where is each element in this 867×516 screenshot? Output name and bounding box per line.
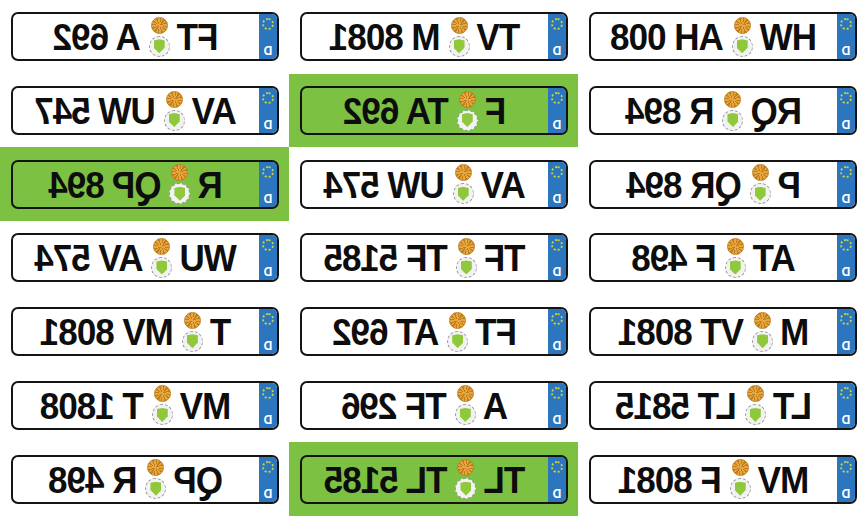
seal-badges-icon xyxy=(448,17,469,57)
plate-cell[interactable]: D RQ R 894 xyxy=(578,74,867,148)
shield-icon xyxy=(168,113,179,127)
eu-band: D xyxy=(259,14,277,59)
country-letter: D xyxy=(263,488,272,500)
eu-band: D xyxy=(259,309,277,354)
registration-seal-icon xyxy=(746,385,763,402)
plate-prefix: HW xyxy=(760,18,816,56)
plate-content: FT A 692 xyxy=(13,14,259,59)
plate-suffix: TF 5185 xyxy=(324,239,447,277)
plate-cell[interactable]: D F TA 692 xyxy=(289,74,578,148)
plate-cell[interactable]: D M VT 8081 xyxy=(578,295,867,369)
plate-content: LT LT 5815 xyxy=(591,383,837,428)
plate-cell[interactable]: D AV UW 574 xyxy=(289,147,578,221)
plate-suffix: QP 894 xyxy=(49,165,161,203)
eu-stars-icon xyxy=(262,166,274,178)
inspection-seal-icon xyxy=(752,331,773,352)
plate-cell[interactable]: D FT A 692 xyxy=(0,0,289,74)
eu-band: D xyxy=(548,162,566,207)
plate-cell[interactable]: D TL TL 5185 xyxy=(289,442,578,516)
eu-stars-icon xyxy=(262,92,274,104)
plate-suffix: AV 574 xyxy=(35,239,143,277)
inspection-seal-icon xyxy=(724,257,745,278)
eu-band: D xyxy=(548,235,566,280)
plate-cell[interactable]: D AT F 498 xyxy=(578,221,867,295)
plate-prefix: WU xyxy=(180,239,236,277)
plate-prefix: QP xyxy=(174,460,223,498)
shield-icon xyxy=(150,482,161,496)
plate-cell[interactable]: D AV UW 547 xyxy=(0,74,289,148)
plate-cell[interactable]: D R QP 894 xyxy=(0,147,289,221)
shield-icon xyxy=(460,482,471,496)
country-letter: D xyxy=(263,193,272,205)
registration-seal-icon xyxy=(458,91,475,108)
eu-band: D xyxy=(837,14,855,59)
country-letter: D xyxy=(263,414,272,426)
plate-prefix: AT xyxy=(753,239,795,277)
plate-content: MV T 1808 xyxy=(13,383,259,428)
license-plate: D LT LT 5815 xyxy=(589,381,857,430)
shield-icon xyxy=(461,113,472,127)
plate-cell[interactable]: D MV F 8081 xyxy=(578,442,867,516)
shield-icon xyxy=(457,187,468,201)
plate-cell[interactable]: D MV T 1808 xyxy=(0,369,289,443)
inspection-seal-icon xyxy=(181,331,202,352)
registration-seal-icon xyxy=(171,164,188,181)
plate-grid: D FT A 692 D TV xyxy=(0,0,867,516)
plate-cell[interactable]: D P QR 894 xyxy=(578,147,867,221)
plate-cell[interactable]: D TV M 8081 xyxy=(289,0,578,74)
plate-cell[interactable]: D TF TF 5185 xyxy=(289,221,578,295)
plate-prefix: TF xyxy=(484,239,525,277)
eu-band: D xyxy=(548,383,566,428)
plate-content: AT F 498 xyxy=(591,235,837,280)
license-plate: D HW AH 008 xyxy=(589,12,857,61)
country-letter: D xyxy=(552,119,561,131)
license-plate: D RQ R 894 xyxy=(589,86,857,135)
registration-seal-icon xyxy=(454,164,471,181)
eu-stars-icon xyxy=(551,239,563,251)
license-plate: D T MV 8081 xyxy=(11,307,279,356)
inspection-seal-icon xyxy=(448,36,469,57)
plate-prefix: T xyxy=(210,313,230,351)
license-plate: D TL TL 5185 xyxy=(300,455,568,504)
plate-cell[interactable]: D A TF 296 xyxy=(289,369,578,443)
country-letter: D xyxy=(841,45,850,57)
plate-cell[interactable]: D HW AH 008 xyxy=(578,0,867,74)
plate-content: AV UW 574 xyxy=(302,162,548,207)
plate-content: MV F 8081 xyxy=(591,457,837,502)
inspection-seal-icon xyxy=(722,110,743,131)
plate-content: WU AV 574 xyxy=(13,235,259,280)
plate-cell[interactable]: D QP R 498 xyxy=(0,442,289,516)
seal-badges-icon xyxy=(455,459,476,499)
seal-badges-icon xyxy=(729,459,750,499)
license-plate: D TV M 8081 xyxy=(300,12,568,61)
inspection-seal-icon xyxy=(151,404,172,425)
plate-cell[interactable]: D LT LT 5815 xyxy=(578,369,867,443)
country-letter: D xyxy=(552,45,561,57)
plate-suffix: F 8081 xyxy=(618,460,721,498)
eu-band: D xyxy=(259,88,277,133)
eu-band: D xyxy=(548,309,566,354)
plate-cell[interactable]: D FT AT 692 xyxy=(289,295,578,369)
registration-seal-icon xyxy=(183,312,200,329)
registration-seal-icon xyxy=(153,238,170,255)
eu-band: D xyxy=(837,309,855,354)
eu-stars-icon xyxy=(551,166,563,178)
shield-icon xyxy=(459,408,470,422)
plate-cell[interactable]: D T MV 8081 xyxy=(0,295,289,369)
plate-prefix: P xyxy=(778,165,800,203)
inspection-seal-icon xyxy=(454,404,475,425)
inspection-seal-icon xyxy=(169,183,190,204)
inspection-seal-icon xyxy=(729,478,750,499)
country-letter: D xyxy=(552,488,561,500)
plate-cell[interactable]: D WU AV 574 xyxy=(0,221,289,295)
registration-seal-icon xyxy=(165,91,182,108)
plate-content: TV M 8081 xyxy=(302,14,548,59)
plate-content: FT AT 692 xyxy=(302,309,548,354)
license-plate: D AV UW 574 xyxy=(300,160,568,209)
seal-badges-icon xyxy=(148,17,169,57)
plate-prefix: LT xyxy=(773,387,811,425)
plate-suffix: F 498 xyxy=(632,239,717,277)
eu-stars-icon xyxy=(840,387,852,399)
plate-content: A TF 296 xyxy=(302,383,548,428)
seal-badges-icon xyxy=(447,312,468,352)
